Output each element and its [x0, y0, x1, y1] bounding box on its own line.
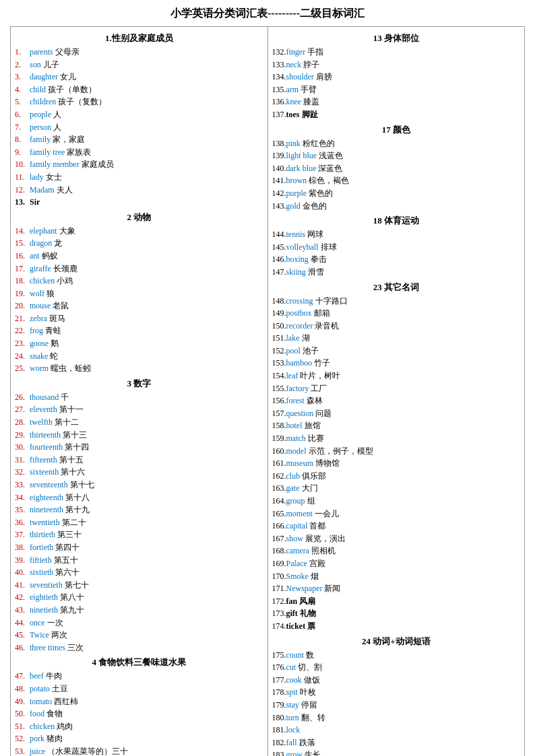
item-en: recorder: [286, 321, 313, 331]
item-cn: 深蓝色: [316, 164, 342, 173]
left-section2-list: 14.elephant 大象15.dragon 龙16.ant 蚂蚁17.gir…: [15, 225, 263, 375]
right-section5-list: 175.count 数176.cut 切、割177.cook 做饭178.spi…: [272, 649, 521, 756]
item-cn: 录音机: [313, 321, 339, 331]
item-num: 157.: [272, 409, 286, 418]
item-en: zebra: [30, 314, 47, 323]
item-num: 30.: [15, 441, 30, 454]
item-cn: 夫人: [55, 185, 73, 195]
item-cn: 停留: [299, 700, 317, 710]
item-num: 14.: [15, 225, 30, 238]
item-en: pink: [286, 139, 301, 148]
item-num: 174.: [272, 621, 286, 631]
list-item: 151.lake 湖: [272, 332, 521, 345]
item-num: 178.: [272, 687, 286, 697]
list-item: 12.Madam 夫人: [15, 184, 263, 197]
item-num: 43.: [15, 604, 30, 617]
item-cn: 博物馆: [313, 458, 340, 468]
item-num: 45.: [15, 629, 30, 642]
item-num: 38.: [15, 541, 30, 554]
list-item: 2.son 儿子: [15, 59, 263, 71]
list-item: 35.nineteenth 第十九: [15, 504, 263, 516]
list-item: 140.dark blue 深蓝色: [272, 162, 521, 175]
list-item: 13.Sir: [15, 196, 263, 209]
item-en: twelfth: [30, 417, 53, 427]
item-en: person: [30, 123, 51, 132]
item-num: 182.: [272, 738, 286, 747]
item-cn: 第四十: [53, 543, 80, 552]
item-cn: 跌落: [297, 738, 315, 747]
item-cn: 鸡肉: [55, 722, 73, 731]
item-en: purple: [286, 188, 307, 198]
item-en: gold: [286, 201, 301, 211]
item-num: 158.: [272, 421, 286, 430]
list-item: 52.pork 猪肉: [15, 732, 263, 745]
item-cn: 一次: [45, 618, 63, 627]
item-num: 22.: [15, 324, 30, 337]
list-item: 8.family 家，家庭: [15, 133, 263, 146]
right-section3-header: 18 体育运动: [272, 215, 521, 227]
list-item: 26.thousand 千: [15, 391, 263, 404]
list-item: 172.fan 风扇: [272, 595, 521, 608]
item-cn: 组: [305, 496, 315, 506]
item-cn: 土豆: [50, 684, 68, 693]
item-num: 177.: [272, 675, 286, 685]
list-item: 155.factory 工厂: [272, 382, 521, 395]
item-cn: 狼: [44, 289, 55, 298]
item-cn: 膝盖: [301, 97, 319, 106]
item-en: Sir: [30, 197, 40, 207]
item-cn: 金色的: [301, 201, 327, 211]
list-item: 51.chicken 鸡肉: [15, 720, 263, 733]
item-num: 132.: [272, 47, 286, 57]
list-item: 165.moment 一会儿: [272, 508, 521, 520]
list-item: 158.hotel 旅馆: [272, 419, 521, 432]
item-num: 39.: [15, 554, 30, 567]
item-num: 156.: [272, 396, 286, 405]
item-cn: 儿子: [41, 60, 59, 69]
item-num: 173.: [272, 609, 286, 618]
item-cn: 青蛙: [43, 326, 61, 335]
item-en: child: [30, 85, 46, 94]
list-item: 147.skiing 滑雪: [272, 266, 521, 279]
item-en: food: [30, 709, 44, 718]
list-item: 46.three times 三次: [15, 642, 263, 654]
item-cn: 家庭成员: [80, 160, 114, 169]
item-en: thousand: [30, 392, 59, 402]
item-cn: 手臂: [298, 85, 317, 94]
item-en: question: [286, 409, 314, 418]
item-cn: 烟: [309, 572, 319, 581]
list-item: 167.show 展览，演出: [272, 532, 521, 545]
item-num: 155.: [272, 384, 286, 393]
list-item: 34.eighteenth 第十八: [15, 491, 263, 504]
item-cn: 第九十: [58, 605, 84, 615]
list-item: 15.dragon 龙: [15, 237, 263, 250]
item-num: 18.: [15, 275, 30, 287]
item-num: 37.: [15, 528, 30, 541]
item-en: tomato: [30, 697, 52, 706]
list-item: 53.juice （水果蔬菜等的）三十: [15, 745, 263, 756]
item-en: lady: [30, 172, 44, 182]
list-item: 181.lock: [272, 724, 521, 736]
item-en: Twice: [30, 630, 49, 640]
item-cn: 斑马: [47, 314, 65, 323]
right-section1-header: 13 身体部位: [272, 32, 521, 44]
item-en: elephant: [30, 226, 57, 236]
item-cn: 家，家庭: [51, 135, 85, 144]
list-item: 23.goose 鹅: [15, 337, 263, 350]
item-en: once: [30, 618, 45, 627]
item-num: 13.: [15, 196, 30, 209]
item-en: twentieth: [30, 518, 60, 527]
item-num: 33.: [15, 479, 30, 491]
list-item: 37.thirtieth 第三十: [15, 528, 263, 541]
item-num: 163.: [272, 483, 286, 493]
list-item: 31.fifteenth 第十五: [15, 454, 263, 467]
item-cn: 翻、转: [299, 713, 325, 722]
list-item: 19.wolf 狼: [15, 287, 263, 300]
item-cn: 蛇: [48, 351, 58, 361]
item-num: 25.: [15, 362, 30, 375]
list-item: 24.snake 蛇: [15, 350, 263, 363]
list-item: 174.ticket 票: [272, 620, 521, 633]
item-num: 145.: [272, 242, 286, 252]
item-cn: 第十三: [61, 430, 87, 440]
item-en: boxing: [286, 254, 309, 264]
item-num: 32.: [15, 466, 30, 479]
